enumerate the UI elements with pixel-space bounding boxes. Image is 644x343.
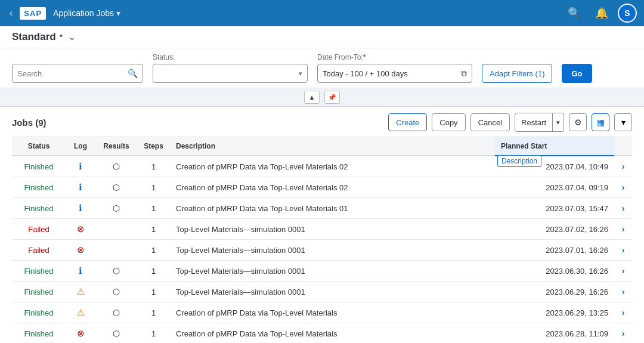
search-input[interactable]	[17, 69, 128, 78]
cell-results[interactable]: ⬡	[95, 156, 137, 177]
cell-results[interactable]: ⬡	[95, 198, 137, 219]
cell-status: Finished	[12, 323, 66, 344]
cell-nav[interactable]: ›	[614, 323, 632, 344]
cell-status: Finished	[12, 198, 66, 219]
status-text: Finished	[24, 288, 53, 296]
cell-results[interactable]: ⬡	[95, 177, 137, 198]
search-icon-button[interactable]: 🔍	[563, 4, 586, 22]
cell-steps: 1	[137, 156, 170, 177]
cell-log[interactable]: ℹ	[66, 261, 95, 282]
settings-icon-button[interactable]: ⚙	[569, 113, 587, 131]
table-row[interactable]: Finished⊗⬡1Creation of pMRP Data via Top…	[12, 323, 632, 344]
cell-status: Finished	[12, 302, 66, 323]
cell-description: Creation of pMRP Data via Top-Level Mate…	[170, 302, 495, 323]
table-row[interactable]: Finished⚠⬡1Top-Level Materials—simulatio…	[12, 282, 632, 302]
table-row[interactable]: Finishedℹ⬡1Creation of pMRP Data via Top…	[12, 198, 632, 219]
search-wrap: 🔍	[12, 64, 143, 83]
nav-arrow-icon[interactable]: ›	[622, 308, 625, 317]
cell-results[interactable]: ⬡	[95, 261, 137, 282]
cell-log[interactable]: ⊗	[66, 240, 95, 261]
copy-button[interactable]: Copy	[432, 113, 465, 131]
cell-results[interactable]: ⬡	[95, 282, 137, 302]
cell-results[interactable]	[95, 240, 137, 261]
adapt-filters-button[interactable]: Adapt Filters (1)	[482, 64, 552, 83]
info-icon: ℹ	[79, 265, 82, 276]
more-button[interactable]: ▾	[614, 113, 632, 131]
cell-status: Finished	[12, 261, 66, 282]
nav-arrow-icon[interactable]: ›	[622, 183, 625, 192]
nav-arrow-icon[interactable]: ›	[622, 203, 625, 213]
cell-steps: 1	[137, 219, 170, 240]
nav-arrow-icon[interactable]: ›	[622, 329, 625, 338]
table-row[interactable]: Failed⊗1Top-Level Materials—simulation 0…	[12, 240, 632, 261]
grid-view-button[interactable]: ▦	[592, 113, 609, 131]
nav-arrow-icon[interactable]: ›	[622, 224, 625, 234]
cell-log[interactable]: ℹ	[66, 198, 95, 219]
cell-nav[interactable]: ›	[614, 198, 632, 219]
nav-arrow-icon[interactable]: ›	[622, 245, 625, 255]
table-row[interactable]: Finishedℹ⬡1Creation of pMRP Data via Top…	[12, 156, 632, 177]
cell-results[interactable]: ⬡	[95, 323, 137, 344]
app-title-area: Application Jobs ▾	[53, 8, 120, 18]
restart-button[interactable]: Restart	[515, 113, 553, 131]
cell-log[interactable]: ⊗	[66, 219, 95, 240]
table-row[interactable]: Failed⊗1Top-Level Materials—simulation 0…	[12, 219, 632, 240]
avatar[interactable]: S	[618, 4, 637, 23]
date-input-wrap[interactable]: Today - 100 / + 100 days ⧉	[317, 64, 472, 83]
info-icon: ℹ	[79, 203, 82, 213]
info-icon: ℹ	[79, 182, 82, 192]
col-header-steps: Steps	[137, 137, 170, 156]
description-text: Top-Level Materials—simulation 0001	[176, 288, 305, 296]
cell-nav[interactable]: ›	[614, 156, 632, 177]
table-row[interactable]: Finishedℹ⬡1Creation of pMRP Data via Top…	[12, 177, 632, 198]
date-value-text: Today - 100 / + 100 days	[323, 69, 408, 78]
description-text: Creation of pMRP Data via Top-Level Mate…	[176, 162, 348, 171]
collapse-up-button[interactable]: ▲	[304, 91, 320, 104]
description-tooltip: Description	[497, 155, 541, 167]
copy-icon: ⬡	[113, 329, 120, 338]
col-header-results: Results	[95, 137, 137, 156]
cell-nav[interactable]: ›	[614, 240, 632, 261]
nav-arrow-icon[interactable]: ›	[622, 287, 625, 296]
cell-log[interactable]: ℹ	[66, 156, 95, 177]
cell-results[interactable]: ⬡	[95, 302, 137, 323]
copy-icon: ⬡	[113, 183, 120, 192]
go-button[interactable]: Go	[562, 64, 592, 83]
app-title-chevron-icon[interactable]: ▾	[116, 8, 120, 18]
table-row[interactable]: Finished⚠⬡1Creation of pMRP Data via Top…	[12, 302, 632, 323]
cell-steps: 1	[137, 282, 170, 302]
cell-nav[interactable]: ›	[614, 219, 632, 240]
sub-header: Standard * ⌄	[0, 26, 644, 48]
cell-steps: 1	[137, 302, 170, 323]
cell-log[interactable]: ℹ	[66, 177, 95, 198]
cell-steps: 1	[137, 323, 170, 344]
view-dropdown-button[interactable]: ⌄	[66, 31, 78, 43]
cell-planned-start: 2023.07.02, 16:26	[495, 219, 614, 240]
cell-nav[interactable]: ›	[614, 261, 632, 282]
cell-log[interactable]: ⚠	[66, 302, 95, 323]
cell-description: Top-Level Materials—simulation 0001	[170, 282, 495, 302]
status-text: Finished	[24, 329, 53, 338]
pin-button[interactable]: 📌	[324, 91, 340, 104]
status-select[interactable]: Finished Failed Running	[158, 69, 299, 78]
description-text: Top-Level Materials—simulation 0001	[176, 267, 305, 276]
cell-nav[interactable]: ›	[614, 302, 632, 323]
nav-arrow-icon[interactable]: ›	[622, 162, 625, 171]
status-text: Failed	[28, 225, 49, 234]
cell-nav[interactable]: ›	[614, 177, 632, 198]
bell-icon-button[interactable]: 🔔	[590, 4, 613, 22]
cell-log[interactable]: ⊗	[66, 323, 95, 344]
table-row[interactable]: Finishedℹ⬡1Top-Level Materials—simulatio…	[12, 261, 632, 282]
back-button[interactable]: ‹	[7, 5, 15, 21]
restart-dropdown-arrow[interactable]: ▾	[553, 113, 564, 131]
date-copy-button[interactable]: ⧉	[461, 69, 467, 79]
cancel-button[interactable]: Cancel	[470, 113, 510, 131]
search-button[interactable]: 🔍	[128, 69, 138, 78]
cell-results[interactable]	[95, 219, 137, 240]
cell-log[interactable]: ⚠	[66, 282, 95, 302]
cell-nav[interactable]: ›	[614, 282, 632, 302]
cell-description: Creation of pMRP Data via Top-Level Mate…	[170, 156, 495, 177]
cell-planned-start: 2023.06.29, 13:25	[495, 302, 614, 323]
nav-arrow-icon[interactable]: ›	[622, 266, 625, 276]
create-button[interactable]: Create	[388, 113, 427, 131]
